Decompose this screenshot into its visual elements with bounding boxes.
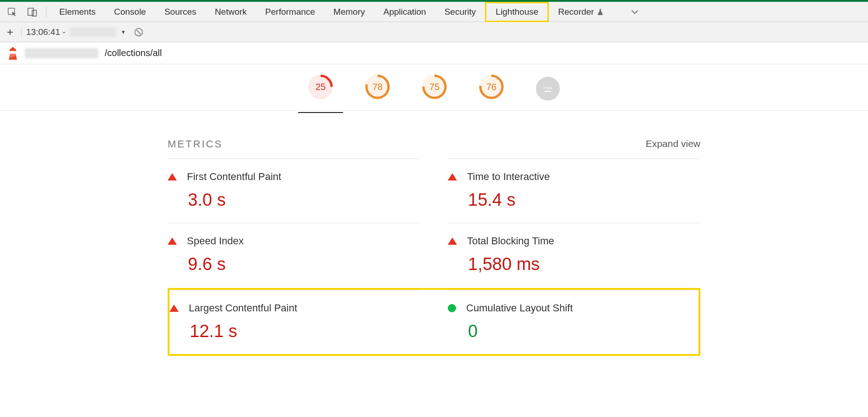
status-fail-icon — [448, 237, 457, 245]
metric-value: 1,580 ms — [468, 254, 700, 274]
gauge-best-practices[interactable]: 75 — [422, 74, 447, 99]
metric-value: 3.0 s — [188, 190, 420, 210]
metric-name: Total Blocking Time — [467, 235, 554, 247]
metric-value: 15.4 s — [468, 190, 700, 210]
gauge-score: 75 — [422, 74, 447, 99]
svg-rect-1 — [28, 8, 34, 15]
tab-console[interactable]: Console — [105, 2, 155, 22]
report-url-redacted — [70, 28, 116, 37]
lighthouse-toolbar: + 13:06:41 - ▼ — [0, 22, 868, 42]
status-fail-icon — [448, 173, 457, 180]
expand-view-button[interactable]: Expand view — [646, 138, 700, 150]
tab-label: Console — [114, 7, 146, 17]
tab-elements[interactable]: Elements — [50, 2, 105, 22]
category-gauges: 25 78 75 76 PWA — [0, 64, 868, 111]
metric-name: Time to Interactive — [467, 171, 550, 183]
status-fail-icon — [169, 304, 179, 312]
metric-value: 12.1 s — [190, 321, 420, 341]
gauge-score: 25 — [308, 74, 333, 99]
status-fail-icon — [168, 173, 177, 180]
report-url-row: /collections/all — [0, 42, 868, 64]
status-fail-icon — [168, 237, 177, 245]
tab-network[interactable]: Network — [206, 2, 256, 22]
metric-fcp: First Contentful Paint 3.0 s — [168, 158, 420, 223]
tab-application[interactable]: Application — [374, 2, 435, 22]
metric-name: Largest Contentful Paint — [189, 302, 297, 314]
metric-name: Speed Index — [187, 235, 244, 247]
tab-label: Recorder — [558, 7, 594, 17]
gauge-seo[interactable]: 76 — [479, 74, 504, 99]
tab-label: Lighthouse — [496, 7, 538, 17]
metric-speed-index: Speed Index 9.6 s — [168, 223, 420, 287]
tab-memory[interactable]: Memory — [324, 2, 374, 22]
metric-value: 9.6 s — [188, 254, 420, 274]
tab-recorder[interactable]: Recorder — [549, 2, 613, 22]
report-path: /collections/all — [105, 48, 162, 58]
tab-label: Application — [383, 7, 426, 17]
metric-tti: Time to Interactive 15.4 s — [448, 158, 700, 223]
metrics-section: METRICS Expand view First Contentful Pai… — [163, 138, 705, 356]
lighthouse-logo-icon — [7, 47, 18, 60]
tab-label: Sources — [164, 7, 197, 17]
gauge-pwa[interactable]: PWA — [536, 77, 560, 101]
devtools-tab-strip: Elements Console Sources Network Perform… — [0, 2, 868, 22]
device-toolbar-icon[interactable] — [24, 4, 40, 20]
report-selector[interactable]: 13:06:41 - ▼ — [26, 27, 126, 37]
tab-label: Elements — [59, 7, 96, 17]
new-report-button[interactable]: + — [4, 26, 17, 39]
metrics-title: METRICS — [168, 138, 223, 150]
pwa-label: PWA — [543, 86, 552, 90]
report-timestamp: 13:06:41 - — [26, 27, 66, 37]
gauge-performance[interactable]: 25 — [308, 74, 333, 99]
dropdown-caret-icon: ▼ — [121, 29, 126, 35]
metric-name: Cumulative Layout Shift — [466, 302, 573, 314]
metric-value: 0 — [468, 321, 699, 341]
highlighted-metrics-row: Largest Contentful Paint 12.1 s Cumulati… — [168, 288, 700, 356]
flask-icon — [597, 8, 604, 16]
metric-cls: Cumulative Layout Shift 0 — [448, 290, 699, 354]
metric-tbt: Total Blocking Time 1,580 ms — [448, 223, 700, 287]
report-origin-redacted — [25, 48, 98, 58]
more-tabs-icon[interactable] — [627, 4, 643, 20]
gauge-score: 78 — [365, 74, 390, 99]
tab-label: Security — [445, 7, 476, 17]
tab-performance[interactable]: Performance — [256, 2, 324, 22]
tab-label: Performance — [265, 7, 315, 17]
gauge-score: 76 — [479, 74, 504, 99]
svg-rect-4 — [11, 51, 15, 54]
metric-name: First Contentful Paint — [187, 171, 281, 183]
status-pass-icon — [448, 304, 456, 312]
clear-reports-icon[interactable] — [133, 27, 144, 38]
inspect-element-icon[interactable] — [4, 4, 20, 20]
gauge-accessibility[interactable]: 78 — [365, 74, 390, 99]
metric-lcp: Largest Contentful Paint 12.1 s — [169, 290, 420, 354]
tab-label: Network — [215, 7, 247, 17]
tab-security[interactable]: Security — [435, 2, 485, 22]
tab-lighthouse[interactable]: Lighthouse — [485, 2, 549, 22]
tab-sources[interactable]: Sources — [155, 2, 206, 22]
tab-label: Memory — [333, 7, 365, 17]
